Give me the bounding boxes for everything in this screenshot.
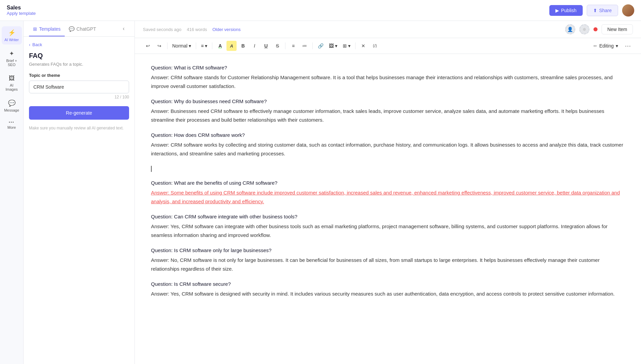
undo-button[interactable]: ↩ xyxy=(143,41,153,51)
faq-answer: Answer: No, CRM software is not only for… xyxy=(151,256,625,273)
faq-block: Question: Why do businesses need CRM sof… xyxy=(151,98,625,124)
tab-chatgpt-label: ChatGPT xyxy=(77,26,96,32)
toolbar-sep-2 xyxy=(196,42,196,49)
align-chevron: ▾ xyxy=(205,43,207,49)
word-count: 416 words xyxy=(187,27,207,32)
redo-button[interactable]: ↪ xyxy=(154,41,164,51)
status-indicator xyxy=(593,27,598,31)
numbered-list-button[interactable]: ≔ xyxy=(300,41,310,51)
publish-button[interactable]: ▶ Publish xyxy=(549,5,583,16)
topbar-right: ▶ Publish ⬆ Share xyxy=(549,4,634,17)
text-color-button[interactable]: A xyxy=(215,41,225,51)
table-select[interactable]: ⊞ ▾ xyxy=(341,42,353,50)
bold-button[interactable]: B xyxy=(238,41,248,51)
tab-chatgpt[interactable]: 💬 ChatGPT xyxy=(65,21,100,36)
faq-description: Generates FAQs for a topic. xyxy=(29,62,129,67)
tab-templates-label: Templates xyxy=(39,26,61,32)
icon-sidebar: ⚡ AI Writer ✦ Brief + SEO 🖼 AI Images 💬 … xyxy=(0,21,24,364)
editor-topbar: Saved seconds ago 416 words Older versio… xyxy=(135,21,641,38)
main-layout: ⚡ AI Writer ✦ Brief + SEO 🖼 AI Images 💬 … xyxy=(0,21,641,364)
more-icon: ••• xyxy=(9,120,14,124)
topbar: Sales Apply template ▶ Publish ⬆ Share xyxy=(0,0,641,21)
toolbar: ↩ ↪ Normal ▾ ≡ ▾ A A B I U S ≡ ≔ 🔗 xyxy=(135,38,641,54)
back-label: Back xyxy=(32,42,42,47)
sidebar-item-label: More xyxy=(7,125,16,129)
faq-block: Question: How does CRM software work?Ans… xyxy=(151,132,625,158)
older-versions-link[interactable]: Older versions xyxy=(212,27,241,32)
sidebar-item-label: Brief + SEO xyxy=(4,59,20,67)
highlight-button[interactable]: A xyxy=(226,41,237,51)
collaborator-avatar-1[interactable]: 👤 xyxy=(565,24,575,34)
toolbar-sep-5 xyxy=(312,42,313,49)
italic-button[interactable]: I xyxy=(249,41,260,51)
page-title: Sales xyxy=(7,5,36,11)
message-icon: 💬 xyxy=(8,99,16,107)
toolbar-sep-3 xyxy=(212,42,212,49)
faq-title: FAQ xyxy=(29,52,129,60)
regenerate-button[interactable]: Re-generate xyxy=(29,106,129,120)
table-icon: ⊞ xyxy=(343,43,347,49)
back-link[interactable]: ‹ Back xyxy=(29,42,129,47)
code-button[interactable]: ⟨/⟩ xyxy=(370,41,380,51)
faq-question: Question: Can CRM software integrate wit… xyxy=(151,214,625,219)
faq-block: Question: What is CRM software?Answer: C… xyxy=(151,65,625,90)
faq-question: Question: How does CRM software work? xyxy=(151,132,625,138)
avatar[interactable] xyxy=(622,4,634,17)
text-cursor xyxy=(151,166,152,172)
new-item-button[interactable]: New Item xyxy=(602,24,633,34)
panel-toggle-button[interactable]: ‹ xyxy=(118,23,129,34)
sidebar-item-ai-writer[interactable]: ⚡ AI Writer xyxy=(2,26,22,44)
faq-question: Question: Why do businesses need CRM sof… xyxy=(151,98,625,104)
faq-answer: Answer: Yes, CRM software is designed wi… xyxy=(151,290,625,298)
editor-meta: Saved seconds ago 416 words Older versio… xyxy=(143,27,241,32)
editor-area: Saved seconds ago 416 words Older versio… xyxy=(135,21,641,364)
image-icon-tb: 🖼 xyxy=(329,43,334,49)
person-icon: 👤 xyxy=(567,27,573,32)
bullet-list-button[interactable]: ≡ xyxy=(288,41,298,51)
faq-block: Question: What are the benefits of using… xyxy=(151,180,625,206)
text-style-select[interactable]: Normal ▾ xyxy=(170,42,193,50)
editing-label: Editing xyxy=(599,43,614,49)
editor-content[interactable]: Question: What is CRM software?Answer: C… xyxy=(135,54,641,364)
sidebar-item-label: Message xyxy=(4,108,19,112)
cursor-block xyxy=(151,166,625,172)
strikethrough-button[interactable]: S xyxy=(272,41,282,51)
panel: ⊞ Templates 💬 ChatGPT ‹ ‹ Back FAQ Gener… xyxy=(24,21,135,364)
sidebar-item-label: AI Writer xyxy=(4,38,19,42)
faq-answer: Answer: Businesses need CRM software to … xyxy=(151,107,625,124)
tab-templates[interactable]: ⊞ Templates xyxy=(29,21,65,36)
faq-answer: Answer: CRM software stands for Customer… xyxy=(151,73,625,90)
faq-answer: Answer: Some benefits of using CRM softw… xyxy=(151,188,625,206)
faq-block: Question: Can CRM software integrate wit… xyxy=(151,214,625,239)
editing-chevron: ▾ xyxy=(616,43,618,49)
share-button[interactable]: ⬆ Share xyxy=(587,5,618,16)
text-style-label: Normal xyxy=(172,43,187,49)
clear-format-button[interactable]: ✕ xyxy=(358,41,368,51)
faq-answer: Answer: CRM software works by collecting… xyxy=(151,141,625,158)
faq-question: Question: Is CRM software secure? xyxy=(151,281,625,287)
align-select[interactable]: ≡ ▾ xyxy=(199,42,209,50)
apply-template-link[interactable]: Apply template xyxy=(7,11,36,16)
topic-input[interactable] xyxy=(29,81,129,93)
panel-tabs: ⊞ Templates 💬 ChatGPT ‹ xyxy=(24,21,134,37)
faq-block: Question: Is CRM software secure?Answer:… xyxy=(151,281,625,298)
sidebar-item-more[interactable]: ••• More xyxy=(2,118,22,132)
sidebar-item-ai-images[interactable]: 🖼 AI Images xyxy=(2,72,22,94)
editing-button[interactable]: ✏ Editing ▾ xyxy=(591,42,621,50)
link-button[interactable]: 🔗 xyxy=(315,41,326,51)
sidebar-item-label: AI Images xyxy=(4,83,20,91)
underline-button[interactable]: U xyxy=(261,41,271,51)
pencil-icon: ✏ xyxy=(593,43,597,49)
image-chevron: ▾ xyxy=(335,43,337,49)
char-count: 12 / 100 xyxy=(29,95,129,99)
sidebar-item-message[interactable]: 💬 Message xyxy=(2,97,22,115)
sidebar-item-brief-seo[interactable]: ✦ Brief + SEO xyxy=(2,47,22,69)
faq-block: Question: Is CRM software only for large… xyxy=(151,247,625,273)
collaborator-avatar-2[interactable]: ⊕ xyxy=(579,24,589,34)
more-options-button[interactable]: ⋯ xyxy=(623,41,633,51)
faq-answer: Answer: Yes, CRM software can integrate … xyxy=(151,222,625,239)
publish-icon: ▶ xyxy=(555,8,559,13)
saved-text: Saved seconds ago xyxy=(143,27,181,32)
image-select[interactable]: 🖼 ▾ xyxy=(327,42,339,50)
lightning-icon: ⚡ xyxy=(8,29,16,36)
